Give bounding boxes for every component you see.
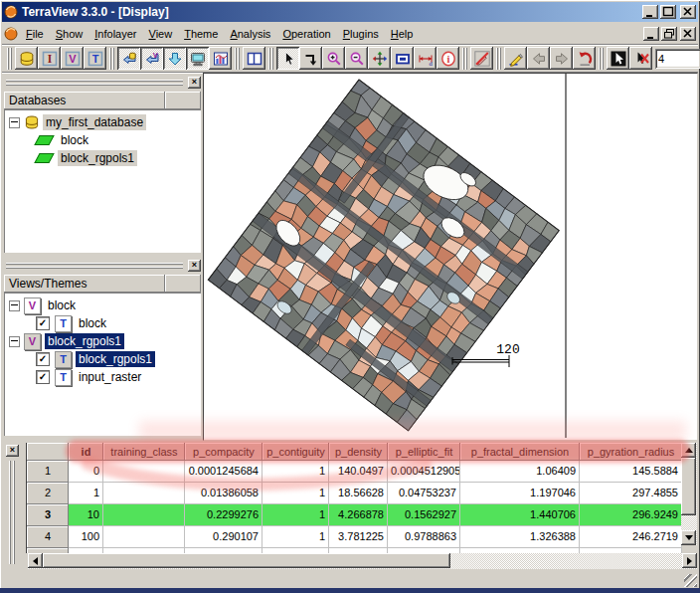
table-cell[interactable] [103, 483, 185, 504]
vertex-edit-icon[interactable] [299, 47, 322, 70]
table-cell[interactable]: 1.06409 [460, 461, 580, 483]
table-row[interactable]: 41000.29010713.7812250.97888631.32638824… [27, 526, 682, 548]
tree-item-label[interactable]: block_rgpols1 [76, 351, 155, 367]
table-cell[interactable]: 1 [262, 483, 329, 504]
theme-checkbox[interactable] [36, 352, 50, 366]
table-row[interactable]: 210.01386058118.566280.047532371.1970462… [27, 483, 682, 504]
graphic-edit-icon[interactable] [504, 47, 527, 70]
table-vertical-scrollbar[interactable] [681, 443, 697, 545]
row-header-cell[interactable]: 2 [27, 483, 69, 504]
vscroll-thumb[interactable] [681, 458, 696, 515]
theme-letter-icon[interactable]: T [84, 47, 106, 70]
table-cell[interactable]: 3.781225 [329, 526, 388, 548]
collapse-icon[interactable] [9, 300, 20, 311]
scroll-left-icon[interactable] [28, 553, 43, 568]
row-header-cell[interactable]: 4 [27, 526, 69, 548]
tree-item-view[interactable]: block [4, 296, 201, 314]
table-cell[interactable]: 100 [69, 526, 103, 548]
table-cell[interactable]: 0.0004512905 [388, 461, 460, 483]
table-cell[interactable]: 18.56628 [329, 483, 388, 504]
column-header-id[interactable]: id [69, 443, 103, 461]
tree-item-label[interactable]: block [58, 132, 91, 148]
table-cell[interactable]: 10 [69, 504, 103, 526]
column-header-p_gyration_radius[interactable]: p_gyration_radius [580, 443, 682, 461]
mdi-restore-button[interactable] [661, 27, 677, 41]
tree-item-label[interactable]: my_first_database [43, 114, 146, 130]
table-cell[interactable]: 0.9788863 [388, 526, 460, 548]
row-header-cell[interactable]: 1 [27, 461, 69, 483]
tree-item-theme[interactable]: input_raster [4, 368, 201, 386]
pointer-icon[interactable] [276, 47, 299, 70]
close-button[interactable] [680, 5, 696, 19]
table-cell[interactable]: 1 [262, 526, 329, 548]
import-theme-icon[interactable] [163, 47, 186, 70]
distance-icon[interactable]: d [414, 47, 437, 70]
column-header-p_elliptic_fit[interactable]: p_elliptic_fit [388, 443, 460, 461]
undo-icon[interactable] [573, 47, 596, 70]
panel-drag-handle[interactable] [6, 262, 183, 270]
import-view-icon[interactable]: V [140, 47, 163, 70]
tree-item-theme[interactable]: block_rgpols1 [4, 350, 201, 368]
tree-item-label[interactable]: block_rgpols1 [45, 333, 124, 349]
unselect-pointer-icon[interactable] [629, 47, 652, 70]
tree-item-label[interactable]: input_raster [76, 369, 144, 385]
table-cell[interactable]: 0.1562927 [388, 504, 460, 526]
chart-icon[interactable] [209, 47, 232, 70]
display-icon[interactable] [186, 47, 209, 70]
table-cell[interactable]: 145.5884 [580, 461, 682, 483]
column-header-p_contiguity[interactable]: p_contiguity [262, 443, 329, 461]
column-header-training_class[interactable]: training_class [103, 443, 185, 461]
title-bar[interactable]: TerraView 3.3.0 - [Display] [2, 2, 698, 22]
collapse-icon[interactable] [9, 336, 20, 347]
column-header-p_compacity[interactable]: p_compacity [185, 443, 262, 461]
tile-windows-icon[interactable] [243, 47, 265, 70]
table-cell[interactable]: 0.290107 [185, 526, 262, 548]
table-cell[interactable]: 246.2719 [580, 526, 682, 548]
next-icon[interactable] [550, 47, 573, 70]
previous-icon[interactable] [527, 47, 550, 70]
column-header-p_fractal_dimension[interactable]: p_fractal_dimension [460, 443, 580, 461]
zoom-scale-input[interactable] [655, 49, 700, 69]
theme-checkbox[interactable] [36, 316, 50, 330]
table-cell[interactable]: 0.04753237 [388, 483, 460, 504]
menu-show[interactable]: Show [50, 25, 89, 43]
table-cell[interactable]: 0.2299276 [185, 504, 262, 526]
menu-infolayer[interactable]: Infolayer [88, 25, 142, 43]
info-icon[interactable]: i [437, 47, 459, 70]
infolayer-letter-icon[interactable]: I [38, 47, 61, 70]
table-cell[interactable]: 1.326388 [460, 526, 580, 548]
table-cell[interactable]: 1 [262, 504, 329, 526]
table-horizontal-scrollbar[interactable] [28, 553, 697, 569]
tree-item-label[interactable]: block_rgpols1 [58, 150, 137, 166]
mdi-minimize-button[interactable] [643, 27, 659, 41]
table-cell[interactable]: 0.0001245684 [185, 461, 262, 483]
view-letter-icon[interactable]: V [61, 47, 84, 70]
menu-view[interactable]: View [142, 25, 178, 43]
table-cell[interactable]: 1.440706 [460, 504, 580, 526]
menu-analysis[interactable]: Analysis [224, 25, 276, 43]
table-cell[interactable] [103, 461, 185, 483]
column-header-p_density[interactable]: p_density [329, 443, 388, 461]
corner-header-cell[interactable] [27, 443, 69, 461]
close-panel-icon[interactable] [188, 260, 201, 272]
table-cell[interactable]: 1 [262, 461, 329, 483]
table-cell[interactable]: 1.197046 [460, 483, 580, 504]
table-cell[interactable]: 297.4855 [580, 483, 682, 504]
menu-plugins[interactable]: Plugins [337, 25, 385, 43]
menu-theme[interactable]: Theme [178, 25, 224, 43]
graphic-edit-off-icon[interactable] [470, 47, 493, 70]
minimize-button[interactable] [642, 5, 658, 19]
menu-help[interactable]: Help [385, 25, 420, 43]
select-pointer-icon[interactable] [607, 47, 629, 70]
close-panel-icon[interactable] [188, 77, 201, 89]
theme-checkbox[interactable] [36, 370, 50, 384]
mdi-child-icon[interactable] [4, 27, 18, 41]
table-cell[interactable] [103, 504, 185, 526]
table-cell[interactable]: 4.266878 [329, 504, 388, 526]
resize-grip[interactable] [684, 574, 697, 587]
collapse-icon[interactable] [9, 117, 20, 128]
tree-item-layer[interactable]: block_rgpols1 [4, 149, 201, 167]
tree-item-database[interactable]: my_first_database [4, 113, 201, 131]
table-cell[interactable]: 140.0497 [329, 461, 388, 483]
tree-item-theme[interactable]: block [4, 314, 201, 332]
